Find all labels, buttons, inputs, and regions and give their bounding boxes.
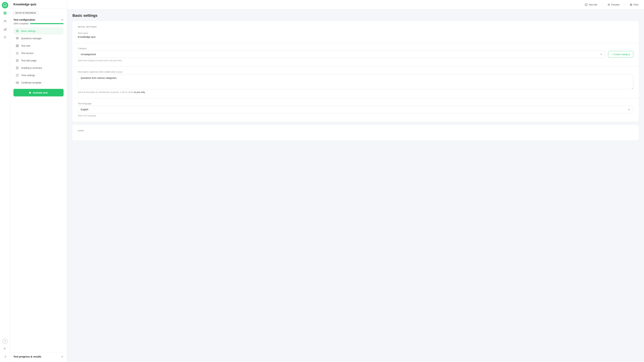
svg-point-6 — [5, 20, 6, 21]
sidebar-item-questions-manager[interactable]: Questions manager — [14, 35, 64, 42]
test-progress-title: Test progress & results — [14, 355, 41, 358]
svg-rect-3 — [4, 13, 5, 14]
logo-label: LOGO — [78, 130, 633, 132]
svg-rect-2 — [5, 12, 6, 13]
sidebar-content: SETUP IN PROGRESS Test configuration 100… — [10, 8, 67, 352]
test-info-button[interactable]: Test info — [583, 2, 599, 7]
gear-nav-icon[interactable] — [2, 34, 8, 40]
chevron-down-icon — [61, 355, 64, 358]
top-bar: Test info Preview Print — [67, 0, 644, 10]
svg-rect-21 — [18, 46, 18, 47]
language-select[interactable]: English — [78, 106, 633, 113]
description-label: Description (optional notes visible only… — [78, 70, 633, 73]
sidebar-item-test-sets[interactable]: Test sets — [14, 42, 64, 49]
svg-rect-18 — [16, 44, 17, 46]
test-progress-section-header[interactable]: Test progress & results — [14, 355, 64, 358]
svg-rect-20 — [16, 46, 17, 47]
sidebar: Knowledge quiz SETUP IN PROGRESS Test co… — [10, 0, 67, 362]
divider-2 — [624, 3, 625, 6]
basic-settings-label: Basic settings — [21, 30, 36, 32]
grading-summary-label: Grading & summary — [21, 66, 42, 69]
content-title: Basic settings — [72, 14, 639, 18]
test-access-label: Test access — [21, 52, 33, 54]
svg-point-36 — [586, 4, 586, 4]
description-helper: Add test description for identification … — [78, 91, 633, 94]
page-title: Knowledge quiz — [14, 3, 64, 6]
chevron-up-icon — [61, 18, 64, 21]
certificate-template-label: Certificate template — [21, 81, 42, 84]
users-nav-icon[interactable] — [2, 18, 8, 24]
time-settings-icon — [16, 74, 19, 77]
sidebar-item-test-start-page[interactable]: Test start page — [14, 57, 64, 64]
svg-rect-19 — [18, 44, 18, 46]
sidebar-header: Knowledge quiz — [10, 0, 67, 8]
test-sets-icon — [16, 44, 19, 48]
content-area: Basic settings INITIAL SETTINGS Test nam… — [67, 10, 644, 362]
test-config-section-header[interactable]: Test configuration — [14, 18, 64, 21]
icon-rail: ? — [0, 0, 10, 362]
language-helper: Select test language. — [78, 114, 633, 117]
test-start-page-label: Test start page — [21, 59, 36, 62]
svg-rect-13 — [18, 37, 18, 38]
print-button[interactable]: Print — [628, 2, 640, 7]
category-select[interactable]: Uncategorized — [78, 51, 606, 58]
divider-description — [72, 98, 639, 98]
test-access-icon — [16, 51, 19, 55]
info-icon — [585, 3, 588, 6]
description-group: Description (optional notes visible only… — [78, 70, 633, 94]
progress-bar-background — [30, 23, 64, 24]
language-label: Test language — [78, 102, 633, 105]
create-category-button[interactable]: + Create category — [608, 51, 633, 58]
grid-nav-icon[interactable] — [2, 10, 8, 16]
setup-badge: SETUP IN PROGRESS — [14, 11, 38, 15]
category-select-row: Uncategorized + Create category — [78, 51, 633, 58]
svg-point-38 — [608, 4, 609, 5]
sidebar-item-grading-summary[interactable]: Grading & summary — [14, 64, 64, 72]
svg-rect-4 — [5, 13, 6, 14]
category-value: Uncategorized — [81, 53, 96, 56]
language-value: English — [81, 108, 88, 111]
sidebar-section2: Test progress & results — [10, 352, 67, 362]
print-icon — [630, 3, 632, 6]
basic-settings-icon — [16, 29, 19, 33]
svg-point-11 — [17, 30, 18, 32]
create-category-label: + Create category — [611, 53, 630, 56]
test-name-value: Knowledge quiz — [78, 36, 633, 38]
main-content: Test info Preview Print — [67, 0, 644, 362]
svg-rect-12 — [16, 37, 17, 38]
progress-row: 100% completed — [14, 22, 64, 25]
grading-summary-icon — [16, 66, 19, 70]
language-group: Test language English Select test langua… — [78, 102, 633, 117]
initial-settings-card: INITIAL SETTINGS Test name Knowledge qui… — [72, 21, 639, 122]
time-settings-label: Time settings — [21, 74, 35, 77]
print-label: Print — [634, 3, 638, 6]
description-textarea[interactable]: Questions from various categories. — [78, 74, 633, 89]
test-start-page-icon — [16, 59, 19, 62]
progress-label: 100% completed — [14, 22, 28, 25]
logo-icon[interactable] — [2, 2, 8, 8]
svg-point-33 — [18, 83, 18, 83]
chart-nav-icon[interactable] — [2, 26, 8, 32]
sidebar-item-time-settings[interactable]: Time settings — [14, 72, 64, 79]
help-icon[interactable]: ? — [2, 338, 8, 344]
test-config-title: Test configuration — [14, 18, 35, 21]
svg-rect-8 — [5, 28, 5, 30]
svg-rect-1 — [4, 12, 5, 13]
description-helper-prefix: Add test description for identification … — [78, 91, 134, 94]
progress-bar-fill — [30, 23, 64, 24]
description-helper-bold: to you only. — [134, 91, 145, 94]
back-icon[interactable] — [2, 345, 8, 352]
preview-button[interactable]: Preview — [606, 2, 621, 7]
sidebar-item-basic-settings[interactable]: Basic settings — [14, 28, 64, 34]
expand-icon[interactable] — [2, 353, 8, 360]
logo-section: LOGO — [72, 125, 639, 140]
activate-test-button[interactable]: Activate test — [14, 89, 64, 96]
svg-rect-7 — [4, 29, 4, 30]
questions-manager-icon — [16, 36, 19, 40]
sidebar-item-test-access[interactable]: Test access — [14, 50, 64, 57]
category-label: Category — [78, 47, 633, 50]
test-name-label: Test name — [78, 32, 633, 34]
test-info-label: Test info — [588, 3, 597, 6]
sidebar-item-certificate-template[interactable]: Certificate template — [14, 79, 64, 86]
activate-test-label: Activate test — [33, 91, 48, 94]
